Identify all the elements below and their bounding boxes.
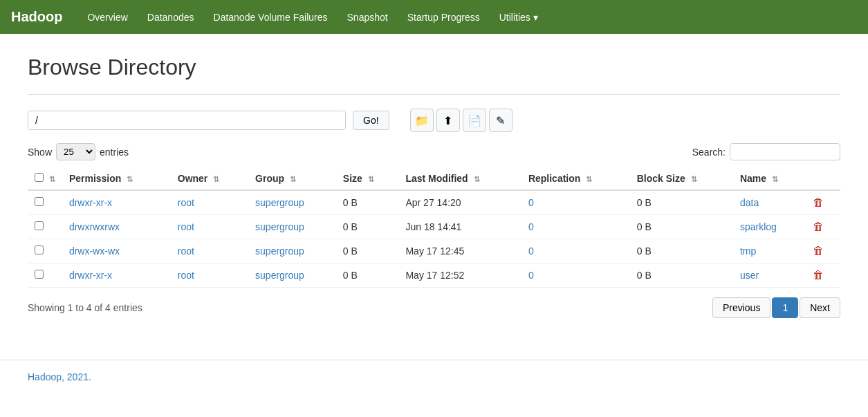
name-link-2[interactable]: tmp	[740, 245, 756, 257]
row-last-modified: Apr 27 14:20	[398, 190, 521, 215]
sort-icon-replication[interactable]: ⇅	[586, 175, 592, 184]
delete-button-2[interactable]: 🗑	[813, 245, 824, 257]
search-label: Search:	[692, 147, 726, 158]
navbar-item-datanode-volume-failures[interactable]: Datanode Volume Failures	[205, 6, 336, 28]
next-button[interactable]: Next	[800, 297, 840, 318]
table-row: drwxrwxrwx root supergroup 0 B Jun 18 14…	[28, 215, 840, 239]
permission-link-3[interactable]: drwxr-xr-x	[69, 270, 112, 281]
edit-button[interactable]: ✎	[489, 109, 513, 132]
go-button[interactable]: Go!	[353, 111, 389, 130]
owner-link-0[interactable]: root	[178, 197, 194, 208]
permission-link-0[interactable]: drwxr-xr-x	[69, 197, 112, 208]
sort-icon-size[interactable]: ⇅	[368, 175, 374, 184]
sort-icon-name[interactable]: ⇅	[772, 175, 778, 184]
row-last-modified: May 17 12:45	[398, 239, 521, 263]
row-permission: drwxrwxrwx	[62, 215, 171, 239]
row-block-size: 0 B	[630, 215, 733, 239]
select-all-checkbox[interactable]	[35, 173, 44, 182]
owner-link-1[interactable]: root	[178, 221, 194, 232]
replication-link-3[interactable]: 0	[528, 270, 534, 281]
table-header: ⇅ Permission ⇅ Owner ⇅ Group ⇅ Size ⇅	[28, 167, 840, 190]
group-link-3[interactable]: supergroup	[255, 270, 304, 281]
table-controls: Show 10 25 50 100 entries Search:	[28, 143, 840, 160]
replication-link-2[interactable]: 0	[528, 245, 534, 257]
row-replication: 0	[521, 263, 630, 288]
group-link-1[interactable]: supergroup	[255, 221, 304, 232]
search-box: Search:	[692, 143, 840, 160]
row-block-size: 0 B	[630, 263, 733, 288]
name-link-1[interactable]: sparklog	[740, 221, 777, 232]
table-footer: Showing 1 to 4 of 4 entries Previous 1 N…	[28, 297, 840, 318]
permission-link-2[interactable]: drwx-wx-wx	[69, 245, 120, 257]
previous-button[interactable]: Previous	[712, 297, 770, 318]
col-replication: Replication ⇅	[521, 167, 630, 190]
icon-buttons: 📁 ⬆ 📄 ✎	[410, 109, 513, 132]
delete-button-0[interactable]: 🗑	[813, 196, 824, 208]
row-permission: drwxr-xr-x	[62, 190, 171, 215]
row-checkbox-1[interactable]	[35, 221, 44, 230]
page-1-button[interactable]: 1	[772, 297, 798, 318]
row-permission: drwx-wx-wx	[62, 239, 171, 263]
col-permission: Permission ⇅	[62, 167, 171, 190]
col-actions	[806, 167, 840, 190]
brand[interactable]: Hadoop	[11, 9, 62, 25]
row-group: supergroup	[248, 190, 336, 215]
navbar-item-overview[interactable]: Overview	[79, 6, 136, 28]
pagination: Previous 1 Next	[712, 297, 840, 318]
sort-icon-last-modified[interactable]: ⇅	[474, 175, 480, 184]
row-checkbox-3[interactable]	[35, 270, 44, 279]
row-size: 0 B	[336, 263, 399, 288]
folder-button[interactable]: 📁	[410, 109, 434, 132]
replication-link-0[interactable]: 0	[528, 197, 534, 208]
sort-icon-group[interactable]: ⇅	[290, 175, 296, 184]
entries-label: entries	[100, 147, 129, 158]
replication-link-1[interactable]: 0	[528, 221, 534, 232]
delete-button-1[interactable]: 🗑	[813, 221, 824, 232]
chevron-down-icon: ▾	[533, 12, 538, 23]
col-owner: Owner ⇅	[171, 167, 248, 190]
navbar-item-utilities[interactable]: Utilities ▾	[491, 6, 546, 28]
row-size: 0 B	[336, 215, 399, 239]
sort-icon-permission[interactable]: ⇅	[127, 175, 133, 184]
row-replication: 0	[521, 239, 630, 263]
sort-icon-block-size[interactable]: ⇅	[691, 175, 697, 184]
row-name: data	[733, 190, 806, 215]
navbar-item-datanodes[interactable]: Datanodes	[139, 6, 203, 28]
search-input[interactable]	[730, 143, 840, 160]
group-link-0[interactable]: supergroup	[255, 197, 304, 208]
row-replication: 0	[521, 190, 630, 215]
document-button[interactable]: 📄	[463, 109, 486, 132]
name-link-0[interactable]: data	[740, 197, 759, 208]
entries-select[interactable]: 10 25 50 100	[56, 143, 95, 160]
row-size: 0 B	[336, 190, 399, 215]
upload-button[interactable]: ⬆	[436, 109, 460, 132]
row-checkbox-0[interactable]	[35, 197, 44, 206]
row-owner: root	[171, 239, 248, 263]
owner-link-3[interactable]: root	[178, 270, 194, 281]
navbar-item-startup-progress[interactable]: Startup Progress	[399, 6, 488, 28]
table-body: drwxr-xr-x root supergroup 0 B Apr 27 14…	[28, 190, 840, 288]
name-link-3[interactable]: user	[740, 270, 759, 281]
row-delete: 🗑	[806, 263, 840, 288]
group-link-2[interactable]: supergroup	[255, 245, 304, 257]
row-checkbox-cell	[28, 263, 62, 288]
path-input[interactable]	[28, 111, 346, 130]
navbar-item-snapshot[interactable]: Snapshot	[339, 6, 396, 28]
row-checkbox-2[interactable]	[35, 245, 44, 254]
permission-link-1[interactable]: drwxrwxrwx	[69, 221, 120, 232]
owner-link-2[interactable]: root	[178, 245, 194, 257]
row-replication: 0	[521, 215, 630, 239]
row-last-modified: Jun 18 14:41	[398, 215, 521, 239]
col-block-size: Block Size ⇅	[630, 167, 733, 190]
delete-button-3[interactable]: 🗑	[813, 269, 824, 281]
row-owner: root	[171, 263, 248, 288]
col-size: Size ⇅	[336, 167, 399, 190]
row-size: 0 B	[336, 239, 399, 263]
footer-text: Hadoop, 2021.	[28, 371, 91, 382]
col-group: Group ⇅	[248, 167, 336, 190]
row-owner: root	[171, 215, 248, 239]
navbar: Hadoop Overview Datanodes Datanode Volum…	[0, 0, 868, 34]
page-title: Browse Directory	[28, 55, 840, 80]
col-last-modified: Last Modified ⇅	[398, 167, 521, 190]
sort-icon-owner[interactable]: ⇅	[213, 175, 219, 184]
